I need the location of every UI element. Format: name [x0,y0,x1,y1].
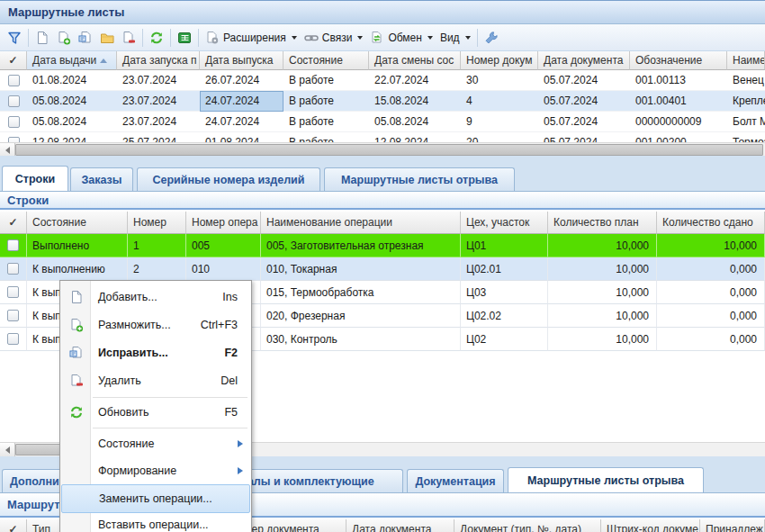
cell[interactable]: 23.07.2024 [117,112,200,132]
open-button[interactable] [96,27,118,49]
row-checkbox-cell[interactable] [0,70,27,91]
cell[interactable]: 1 [128,234,186,257]
scroll-left-button[interactable] [0,143,15,157]
cell[interactable]: В работе [284,91,369,112]
cell[interactable]: 22.07.2024 [369,70,461,91]
cell[interactable]: 10,000 [548,328,657,351]
context-menu-item[interactable]: Размножить...Ctrl+F3 [61,311,250,338]
cell[interactable]: 010, Токарная [261,257,461,281]
cell[interactable]: 001.00200 [630,132,727,142]
scroll-left-button[interactable] [0,443,15,456]
grid1-hscrollbar[interactable] [0,142,765,157]
cell[interactable]: 15.08.2024 [369,91,461,112]
grid1-select-all-header[interactable]: ✓ [0,51,27,70]
cell[interactable]: 020, Фрезерная [261,304,461,328]
cell[interactable]: К выполнению [27,257,128,281]
table-row[interactable]: Выполнено1005005, Заготовительная отрезн… [0,234,765,257]
extensions-menu-button[interactable]: Расширения [202,27,301,49]
context-menu-item[interactable]: Исправить...F2 [61,338,250,366]
grid2-column-header[interactable]: Номер [128,212,186,234]
grid1-column-header[interactable]: Обозначение [630,51,727,70]
cell[interactable]: В работе [284,70,369,91]
row-checkbox[interactable] [7,310,19,321]
table-row[interactable]: К выполнению2010010, ТокарнаяЦ02.0110,00… [0,257,765,281]
row-checkbox-cell[interactable] [0,257,27,281]
row-checkbox-cell[interactable] [0,281,27,304]
cell[interactable]: 0,000 [657,328,765,351]
cell[interactable]: 0,000 [657,304,765,328]
exchange-menu-button[interactable]: Обмен [366,27,436,49]
tab-4[interactable]: Маршрутные листы отрыва [324,167,515,191]
cell[interactable]: В работе [284,132,369,142]
add-button[interactable] [32,27,53,49]
context-menu-item[interactable]: Формирование [61,457,250,484]
cell[interactable]: Ц02.01 [461,257,548,281]
cell[interactable]: 05.08.2024 [27,91,117,112]
row-checkbox-cell[interactable] [0,91,27,112]
delete-button[interactable] [118,27,140,49]
cell[interactable]: В работе [284,112,369,132]
tab-2[interactable]: Заказы [70,167,133,191]
cell[interactable]: 05.07.2024 [538,70,630,91]
table-row[interactable]: 05.08.202423.07.202424.07.2024В работе05… [0,112,765,132]
grid3-select-all-header[interactable]: ✓ [0,519,27,532]
cell[interactable]: 01.08.2024 [200,132,284,142]
cell[interactable]: 005 [186,234,261,257]
export-excel-button[interactable] [174,27,195,49]
cell[interactable]: 23.07.2024 [117,70,200,91]
grid3-column-header[interactable]: Документ (тип, №, дата) [454,519,601,532]
grid2-column-header[interactable]: Количество план [548,212,657,234]
cell[interactable]: 4 [461,91,538,112]
cell[interactable]: 20 [461,132,538,142]
cell[interactable]: Венец че [727,70,765,91]
cell[interactable]: 2 [128,257,186,281]
cell[interactable]: 30 [461,70,538,91]
context-menu-item[interactable]: Заменить операции... [61,484,250,513]
cell[interactable]: 24.07.2024 [200,112,284,132]
cell[interactable]: 01.08.2024 [27,70,117,91]
cell[interactable]: 05.07.2024 [538,91,630,112]
cell[interactable]: 001.00113 [630,70,727,91]
duplicate-button[interactable] [53,27,75,49]
scrollbar-thumb[interactable] [15,144,763,156]
grid1-column-header[interactable]: Дата документа [538,51,630,70]
grid2-column-header[interactable]: Наименование операции [261,212,461,234]
tab-3[interactable]: Документация [407,469,504,492]
cell[interactable]: 10,000 [657,234,765,257]
cell[interactable]: 001.00401 [630,91,727,112]
row-checkbox-cell[interactable] [0,304,27,328]
cell[interactable]: 05.07.2024 [538,112,630,132]
row-checkbox[interactable] [7,333,19,345]
cell[interactable]: 05.07.2024 [538,132,630,142]
cell[interactable]: 010 [186,257,261,281]
context-menu-item[interactable]: Состояние [61,430,250,457]
table-row[interactable]: 05.08.202423.07.202424.07.2024В работе15… [0,91,765,112]
cell[interactable]: 10,000 [548,281,657,304]
grid2-select-all-header[interactable]: ✓ [0,212,27,234]
grid3-column-header[interactable]: Штрих-код докуме [601,519,700,532]
cell[interactable]: Ц02 [461,328,548,351]
cell[interactable]: 24.07.2024 [200,91,284,112]
cell[interactable]: Ц02.02 [461,304,548,328]
grid1-column-header[interactable]: Наимен [727,51,765,70]
cell[interactable]: Тормоз [727,132,765,142]
grid3-column-header[interactable]: Дата документа [346,519,454,532]
cell[interactable]: 0,000 [657,257,765,281]
tab-4[interactable]: Маршрутные листы отрыва [508,467,704,492]
filter-button[interactable] [4,27,25,49]
grid1-column-header[interactable]: Дата выпуска [200,51,284,70]
row-checkbox-cell[interactable] [0,112,27,132]
cell[interactable]: 10,000 [548,234,657,257]
links-menu-button[interactable]: Связи [301,27,367,49]
cell[interactable]: 05.08.2024 [369,112,461,132]
cell[interactable]: 9 [461,112,538,132]
grid1-column-header[interactable]: Номер докум [461,51,538,70]
row-checkbox[interactable] [8,95,20,107]
cell[interactable]: 25.07.2024 [117,132,200,142]
view-menu-button[interactable]: Вид [436,27,474,49]
row-checkbox-cell[interactable] [0,234,27,257]
cell[interactable]: 0,000 [657,281,765,304]
cell[interactable]: 10,000 [548,304,657,328]
cell[interactable]: 030, Контроль [261,328,461,351]
tab-1[interactable]: Строки [2,166,68,191]
